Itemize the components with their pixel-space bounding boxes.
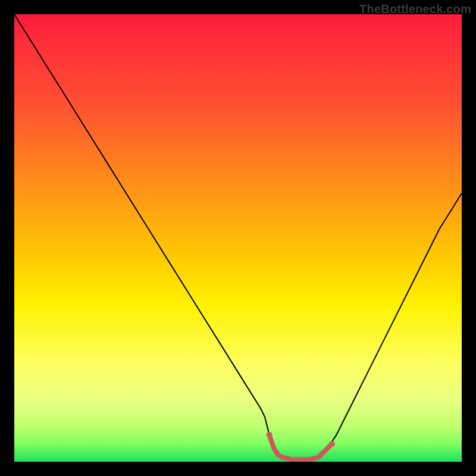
optimal-range-end-dot: [329, 441, 335, 447]
chart-curve-svg: [14, 14, 462, 462]
chart-plot-area: [14, 14, 462, 462]
optimal-range-curve: [270, 435, 332, 459]
optimal-range-start-dot: [267, 432, 273, 438]
watermark-text: TheBottleneck.com: [359, 2, 471, 16]
bottleneck-curve: [14, 14, 462, 459]
